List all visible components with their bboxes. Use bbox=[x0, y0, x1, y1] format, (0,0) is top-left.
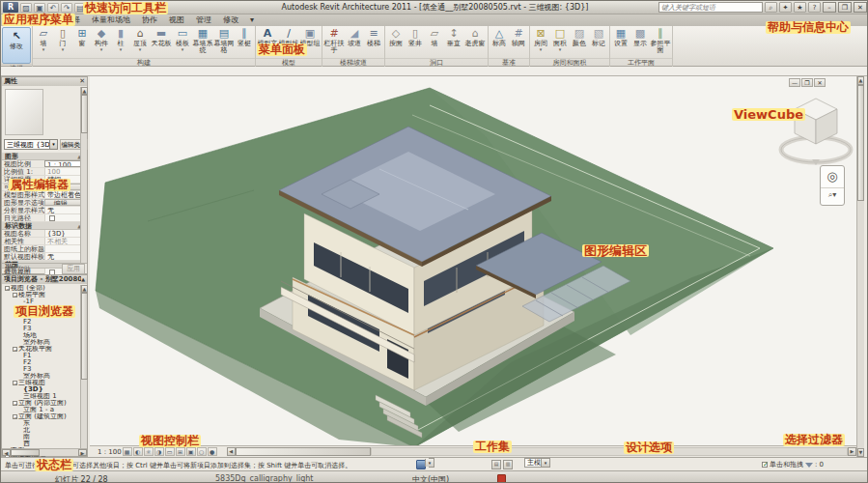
railing-button[interactable]: 栏杆扶手 bbox=[323, 27, 345, 54]
shaft-button[interactable]: 竖井 bbox=[406, 27, 425, 47]
worksets-editable-icon[interactable]: ▤ bbox=[491, 460, 501, 469]
curtain-grid-button[interactable]: 幕墙网格 bbox=[213, 27, 235, 54]
vertical-opening-button[interactable]: 垂直 bbox=[444, 27, 463, 47]
collapse-icon[interactable]: − bbox=[13, 347, 17, 352]
tab-collaborate[interactable]: 协作 bbox=[136, 14, 163, 26]
properties-help-link[interactable]: 属性帮助 bbox=[4, 265, 31, 274]
area-button[interactable]: 面积 bbox=[550, 27, 570, 51]
communication-icon[interactable]: ✦ bbox=[779, 2, 792, 13]
detail-level-icon[interactable]: ▦ bbox=[123, 447, 132, 456]
tree-item-view-active[interactable]: {3D} bbox=[2, 386, 87, 393]
section-identity-data[interactable]: 标识数据▲ bbox=[2, 222, 83, 230]
tree-item-view[interactable]: F3 bbox=[2, 326, 87, 332]
canvas-vscrollbar[interactable]: ▲ ▼ bbox=[856, 76, 864, 457]
tree-item-view[interactable]: F1 bbox=[2, 353, 87, 359]
tree-item-view[interactable]: 三维视图 1 bbox=[2, 393, 87, 400]
properties-scrollbar[interactable]: ▲ bbox=[80, 87, 87, 263]
scrollbar-thumb[interactable] bbox=[81, 293, 88, 380]
collapse-icon[interactable]: − bbox=[13, 293, 17, 298]
view-restore-icon[interactable]: ❐ bbox=[801, 78, 813, 87]
scroll-left-icon[interactable]: ◀ bbox=[227, 447, 236, 456]
tab-view[interactable]: 视图 bbox=[163, 14, 190, 26]
design-options-select[interactable]: 主模型 bbox=[524, 458, 550, 468]
scroll-up-icon[interactable]: ▲ bbox=[857, 76, 864, 85]
tree-item-view[interactable]: 场地 bbox=[2, 332, 87, 339]
panel-label-model[interactable]: 模型 bbox=[256, 58, 322, 67]
color-scheme-button[interactable]: 颜色 bbox=[570, 27, 589, 47]
sun-path-icon[interactable]: ☼ bbox=[144, 447, 154, 456]
scroll-left-icon[interactable]: ◀ bbox=[2, 449, 11, 456]
redo-icon[interactable]: ↷ bbox=[61, 3, 72, 13]
search-input[interactable] bbox=[658, 2, 763, 13]
tag-button[interactable]: 标记 bbox=[589, 27, 608, 47]
sun-path-checkbox[interactable] bbox=[49, 215, 55, 221]
mullion-button[interactable]: 竖梃 bbox=[235, 27, 254, 47]
column-button[interactable]: 柱 bbox=[111, 27, 130, 51]
wall-opening-button[interactable]: 墙 bbox=[425, 27, 444, 47]
browser-hscrollbar[interactable]: ◀ ▶ bbox=[2, 448, 87, 456]
collapse-icon[interactable]: − bbox=[13, 381, 17, 385]
modify-button[interactable]: 修改 bbox=[2, 27, 31, 64]
show-crop-icon[interactable]: ▣ bbox=[186, 447, 196, 456]
tree-item-view[interactable]: F3 bbox=[2, 366, 87, 373]
drawing-area[interactable]: — ❐ ✕ ◎ ⌕▾ bbox=[90, 76, 856, 445]
tab-manage[interactable]: 管理 bbox=[190, 14, 217, 26]
room-button[interactable]: 房间 bbox=[531, 27, 550, 51]
scrollbar-thumb[interactable] bbox=[11, 449, 40, 456]
show-workplane-button[interactable]: 显示 bbox=[630, 27, 650, 47]
scroll-up-icon[interactable]: ▲ bbox=[81, 285, 88, 293]
type-selector[interactable]: 三维视图 {3D} ▾ bbox=[4, 139, 58, 150]
application-menu-button[interactable]: R bbox=[3, 2, 18, 13]
scroll-right-icon[interactable]: ▶ bbox=[848, 447, 856, 456]
zoom-tool-icon[interactable]: ⌕▾ bbox=[821, 187, 844, 202]
view-scale-value[interactable]: 1 : 100 bbox=[44, 160, 83, 167]
panel-label-circulation[interactable]: 楼梯坡道 bbox=[322, 58, 384, 67]
tab-massing-site[interactable]: 体量和场地 bbox=[86, 14, 136, 26]
tree-item-3d-views[interactable]: −三维视图 bbox=[2, 380, 87, 386]
view-minimize-icon[interactable]: — bbox=[789, 78, 800, 87]
panel-label-workplane[interactable]: 工作平面 bbox=[610, 58, 672, 67]
save-icon[interactable]: ▣ bbox=[34, 3, 45, 13]
dormer-button[interactable]: 老虎窗 bbox=[463, 27, 487, 47]
canvas-hscrollbar[interactable]: ◀ ▶ bbox=[227, 447, 856, 456]
browser-scrollbar[interactable]: ▲ bbox=[80, 285, 87, 449]
hide-isolate-icon[interactable]: ○ bbox=[197, 447, 207, 456]
tree-item-view[interactable]: 西 bbox=[2, 440, 87, 447]
scroll-down-icon[interactable]: ▼ bbox=[857, 448, 864, 457]
close-button[interactable]: ✕ bbox=[854, 2, 867, 13]
opening-by-face-button[interactable]: 按面 bbox=[386, 27, 406, 47]
view-scale-control[interactable]: 1 : 100 bbox=[98, 448, 122, 456]
scrollbar-thumb[interactable] bbox=[857, 85, 864, 201]
scroll-right-icon[interactable]: ▶ bbox=[78, 449, 87, 456]
scroll-up-icon[interactable]: ▲ bbox=[81, 87, 88, 95]
floor-button[interactable]: 楼板 bbox=[173, 27, 192, 51]
wall-button[interactable]: 墙 bbox=[34, 27, 53, 51]
section-graphics[interactable]: 图形▲ bbox=[2, 153, 83, 160]
help-icon[interactable]: ? bbox=[808, 2, 821, 13]
selection-filter-icon[interactable] bbox=[805, 463, 813, 468]
panel-label-build[interactable]: 构建 bbox=[33, 58, 255, 67]
tree-item-view[interactable]: 室外标高 bbox=[2, 373, 87, 380]
close-icon[interactable]: ✕ bbox=[79, 77, 85, 86]
scrollbar-thumb[interactable] bbox=[81, 95, 88, 133]
door-button[interactable]: 门 bbox=[53, 27, 72, 51]
tab-modify[interactable]: 修改 bbox=[217, 14, 244, 26]
visual-style-icon[interactable]: ◐ bbox=[133, 447, 143, 456]
crop-view-icon[interactable]: ⊞ bbox=[176, 447, 185, 456]
chevron-down-icon[interactable]: ▾ bbox=[49, 140, 57, 149]
set-workplane-button[interactable]: 设置 bbox=[611, 27, 630, 47]
search-icon[interactable]: ⌕ bbox=[765, 2, 777, 13]
curtain-system-button[interactable]: 幕墙系统 bbox=[192, 27, 213, 54]
rendering-icon[interactable]: ▭ bbox=[165, 447, 175, 456]
panel-label-datum[interactable]: 基准 bbox=[489, 58, 529, 67]
open-icon[interactable]: ▨ bbox=[20, 3, 32, 13]
graphic-options-edit-button[interactable]: 编辑... bbox=[44, 199, 83, 206]
worksets-select[interactable] bbox=[429, 458, 434, 468]
grid-button[interactable]: 轴网 bbox=[509, 27, 528, 47]
tree-item-view[interactable]: F2 bbox=[2, 319, 87, 326]
window-button[interactable]: 窗 bbox=[72, 27, 92, 47]
ime-icon[interactable] bbox=[497, 474, 506, 483]
tree-item-view[interactable]: 南 bbox=[2, 434, 87, 440]
ramp-button[interactable]: 坡道 bbox=[345, 27, 364, 47]
tree-item-building-elevations[interactable]: −立面 (建筑立面) bbox=[2, 413, 87, 420]
